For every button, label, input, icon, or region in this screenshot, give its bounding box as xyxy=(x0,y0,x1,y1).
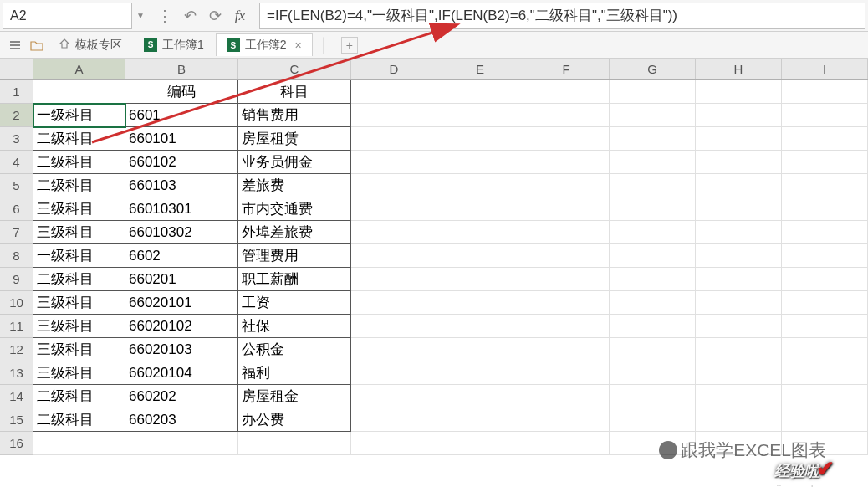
column-header-B[interactable]: B xyxy=(125,59,238,79)
cell-E6[interactable] xyxy=(437,197,523,221)
column-header-F[interactable]: F xyxy=(523,59,610,79)
cell-D6[interactable] xyxy=(351,197,437,221)
cell-F1[interactable] xyxy=(523,80,610,104)
cell-F16[interactable] xyxy=(523,432,610,455)
cell-B8[interactable]: 6602 xyxy=(125,244,238,268)
cell-H4[interactable] xyxy=(696,151,782,174)
cell-B12[interactable]: 66020103 xyxy=(125,338,238,361)
cell-G13[interactable] xyxy=(610,361,696,385)
cell-D2[interactable] xyxy=(351,104,437,127)
column-header-A[interactable]: A xyxy=(33,59,125,79)
cell-B15[interactable]: 660203 xyxy=(125,408,238,432)
row-header[interactable]: 10 xyxy=(0,291,33,315)
cell-B3[interactable]: 660101 xyxy=(125,127,238,151)
cell-A9[interactable]: 二级科目 xyxy=(33,268,125,291)
row-header[interactable]: 11 xyxy=(0,315,33,338)
row-header[interactable]: 1 xyxy=(0,80,33,104)
cell-E9[interactable] xyxy=(437,268,523,291)
cell-I8[interactable] xyxy=(782,244,868,268)
cell-A14[interactable]: 二级科目 xyxy=(33,385,125,408)
cell-G3[interactable] xyxy=(610,127,696,151)
cell-C10[interactable]: 工资 xyxy=(238,291,351,315)
cell-G5[interactable] xyxy=(610,174,696,197)
cell-G1[interactable] xyxy=(610,80,696,104)
cell-I3[interactable] xyxy=(782,127,868,151)
cell-B9[interactable]: 660201 xyxy=(125,268,238,291)
cell-F5[interactable] xyxy=(523,174,610,197)
row-header[interactable]: 16 xyxy=(0,432,33,455)
cell-C4[interactable]: 业务员佣金 xyxy=(238,151,351,174)
tab-list-icon[interactable] xyxy=(5,35,25,55)
cell-F9[interactable] xyxy=(523,268,610,291)
cell-F6[interactable] xyxy=(523,197,610,221)
cell-I9[interactable] xyxy=(782,268,868,291)
cell-C13[interactable]: 福利 xyxy=(238,361,351,385)
cell-C2[interactable]: 销售费用 xyxy=(238,104,351,127)
add-tab-button[interactable]: + xyxy=(341,37,358,54)
cell-H13[interactable] xyxy=(696,361,782,385)
cell-C6[interactable]: 市内交通费 xyxy=(238,197,351,221)
cell-F14[interactable] xyxy=(523,385,610,408)
cell-H2[interactable] xyxy=(696,104,782,127)
cell-B14[interactable]: 660202 xyxy=(125,385,238,408)
cell-C15[interactable]: 办公费 xyxy=(238,408,351,432)
cell-I7[interactable] xyxy=(782,221,868,244)
confirm-icon[interactable]: ⟳ xyxy=(202,3,227,29)
cell-E12[interactable] xyxy=(437,338,523,361)
cell-H3[interactable] xyxy=(696,127,782,151)
column-header-D[interactable]: D xyxy=(351,59,437,79)
cell-C16[interactable] xyxy=(238,432,351,455)
cell-D15[interactable] xyxy=(351,408,437,432)
column-header-H[interactable]: H xyxy=(696,59,782,79)
cell-D14[interactable] xyxy=(351,385,437,408)
cell-B11[interactable]: 66020102 xyxy=(125,315,238,338)
row-header[interactable]: 6 xyxy=(0,197,33,221)
folder-icon[interactable] xyxy=(27,35,47,55)
cell-C3[interactable]: 房屋租赁 xyxy=(238,127,351,151)
cell-A8[interactable]: 一级科目 xyxy=(33,244,125,268)
cell-B4[interactable]: 660102 xyxy=(125,151,238,174)
cell-B7[interactable]: 66010302 xyxy=(125,221,238,244)
cell-I13[interactable] xyxy=(782,361,868,385)
cell-H6[interactable] xyxy=(696,197,782,221)
cell-F2[interactable] xyxy=(523,104,610,127)
cell-A2[interactable]: 一级科目 xyxy=(33,104,125,127)
cell-F7[interactable] xyxy=(523,221,610,244)
cell-H1[interactable] xyxy=(696,80,782,104)
cell-G6[interactable] xyxy=(610,197,696,221)
cancel-icon[interactable]: ↶ xyxy=(177,3,202,29)
cell-B1[interactable]: 编码 xyxy=(125,80,238,104)
cell-I5[interactable] xyxy=(782,174,868,197)
cell-H15[interactable] xyxy=(696,408,782,432)
cell-E14[interactable] xyxy=(437,385,523,408)
cell-D8[interactable] xyxy=(351,244,437,268)
cell-B6[interactable]: 66010301 xyxy=(125,197,238,221)
cell-E8[interactable] xyxy=(437,244,523,268)
close-icon[interactable]: × xyxy=(295,38,302,52)
cell-E7[interactable] xyxy=(437,221,523,244)
cell-G4[interactable] xyxy=(610,151,696,174)
cell-C14[interactable]: 房屋租金 xyxy=(238,385,351,408)
cell-F3[interactable] xyxy=(523,127,610,151)
cell-E13[interactable] xyxy=(437,361,523,385)
column-header-I[interactable]: I xyxy=(782,59,868,79)
cell-I4[interactable] xyxy=(782,151,868,174)
row-header[interactable]: 5 xyxy=(0,174,33,197)
cell-B13[interactable]: 66020104 xyxy=(125,361,238,385)
cell-G15[interactable] xyxy=(610,408,696,432)
row-header[interactable]: 14 xyxy=(0,385,33,408)
cell-D4[interactable] xyxy=(351,151,437,174)
cell-H5[interactable] xyxy=(696,174,782,197)
cell-G12[interactable] xyxy=(610,338,696,361)
cell-H9[interactable] xyxy=(696,268,782,291)
cell-H14[interactable] xyxy=(696,385,782,408)
tab-workbook1[interactable]: S 工作簿1 xyxy=(134,34,214,56)
cell-B16[interactable] xyxy=(125,432,238,455)
cell-F12[interactable] xyxy=(523,338,610,361)
cell-A1[interactable] xyxy=(33,80,125,104)
cell-C7[interactable]: 外埠差旅费 xyxy=(238,221,351,244)
cell-F15[interactable] xyxy=(523,408,610,432)
cell-E1[interactable] xyxy=(437,80,523,104)
cell-H7[interactable] xyxy=(696,221,782,244)
column-header-G[interactable]: G xyxy=(610,59,696,79)
